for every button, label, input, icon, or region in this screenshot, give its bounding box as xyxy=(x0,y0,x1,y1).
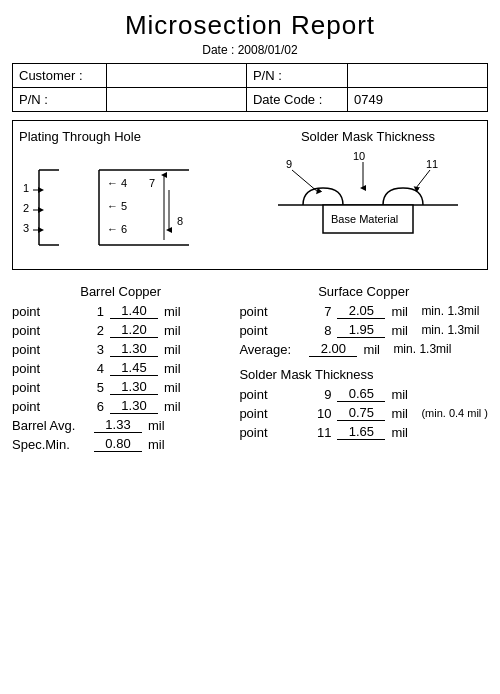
surface-row-7: point 7 2.05 mil min. 1.3mil xyxy=(239,303,488,319)
surface-note-7: min. 1.3mil xyxy=(421,304,479,318)
barrel-avg-unit: mil xyxy=(148,418,176,433)
barrel-spec-val: 0.80 xyxy=(94,436,142,452)
solder-section: Solder Mask Thickness point 9 0.65 mil p… xyxy=(239,367,488,440)
date-line: Date : 2008/01/02 xyxy=(12,43,488,57)
barrel-val-6: 1.30 xyxy=(110,398,158,414)
customer-value xyxy=(106,64,246,88)
barrel-pt-2: 2 xyxy=(84,323,104,338)
barrel-val-1: 1.40 xyxy=(110,303,158,319)
barrel-spec-unit: mil xyxy=(148,437,176,452)
surface-avg-note: min. 1.3mil xyxy=(393,342,451,356)
surface-avg-label: Average: xyxy=(239,342,307,357)
surface-header: Surface Copper xyxy=(239,284,488,299)
svg-text:11: 11 xyxy=(426,158,438,170)
solder-note-10: (min. 0.4 mil ) xyxy=(421,407,488,419)
barrel-unit-2: mil xyxy=(164,323,192,338)
solder-header: Solder Mask Thickness xyxy=(239,367,488,382)
svg-text:3: 3 xyxy=(23,222,29,234)
barrel-pt-3: 3 xyxy=(84,342,104,357)
barrel-row-1: point 1 1.40 mil xyxy=(12,303,229,319)
surface-unit-8: mil xyxy=(391,323,419,338)
solder-pt-11: 11 xyxy=(311,425,331,440)
barrel-label-6: point xyxy=(12,399,82,414)
date-code-value: 0749 xyxy=(348,88,488,112)
solder-val-11: 1.65 xyxy=(337,424,385,440)
date-value: 2008/01/02 xyxy=(238,43,298,57)
surface-note-8: min. 1.3mil xyxy=(421,323,479,337)
barrel-unit-5: mil xyxy=(164,380,192,395)
barrel-label-3: point xyxy=(12,342,82,357)
svg-text:2: 2 xyxy=(23,202,29,214)
barrel-label-5: point xyxy=(12,380,82,395)
solder-val-9: 0.65 xyxy=(337,386,385,402)
barrel-pt-5: 5 xyxy=(84,380,104,395)
measurements-section: Barrel Copper point 1 1.40 mil point 2 1… xyxy=(12,278,488,455)
diagram-section: Plating Through Hole 1 2 3 xyxy=(12,120,488,270)
solder-pt-10: 10 xyxy=(311,406,331,421)
pn-value-left xyxy=(106,88,246,112)
barrel-unit-1: mil xyxy=(164,304,192,319)
barrel-unit-6: mil xyxy=(164,399,192,414)
barrel-unit-3: mil xyxy=(164,342,192,357)
surface-avg-unit: mil xyxy=(363,342,391,357)
pn-label-right: P/N : xyxy=(246,64,347,88)
svg-text:Base Material: Base Material xyxy=(331,213,398,225)
page-title: Microsection Report xyxy=(12,10,488,41)
solder-row-10: point 10 0.75 mil (min. 0.4 mil ) xyxy=(239,405,488,421)
pth-diagram-area: Plating Through Hole 1 2 3 xyxy=(19,129,255,263)
barrel-row-3: point 3 1.30 mil xyxy=(12,341,229,357)
pth-svg: 1 2 3 ← 4 7 ← 5 ← 6 xyxy=(19,150,249,260)
barrel-row-5: point 5 1.30 mil xyxy=(12,379,229,395)
barrel-val-2: 1.20 xyxy=(110,322,158,338)
svg-line-25 xyxy=(416,170,430,188)
barrel-avg-val: 1.33 xyxy=(94,417,142,433)
barrel-row-2: point 2 1.20 mil xyxy=(12,322,229,338)
svg-text:7: 7 xyxy=(149,177,155,189)
surface-label-7: point xyxy=(239,304,309,319)
pn-value-right xyxy=(348,64,488,88)
svg-text:8: 8 xyxy=(177,215,183,227)
surface-val-8: 1.95 xyxy=(337,322,385,338)
solder-row-9: point 9 0.65 mil xyxy=(239,386,488,402)
info-table: Customer : P/N : P/N : Date Code : 0749 xyxy=(12,63,488,112)
solder-unit-11: mil xyxy=(391,425,419,440)
surface-row-8: point 8 1.95 mil min. 1.3mil xyxy=(239,322,488,338)
barrel-row-6: point 6 1.30 mil xyxy=(12,398,229,414)
surface-avg-val: 2.00 xyxy=(309,341,357,357)
date-label: Date : xyxy=(202,43,234,57)
surface-avg-row: Average: 2.00 mil min. 1.3mil xyxy=(239,341,488,357)
date-code-label: Date Code : xyxy=(246,88,347,112)
svg-text:← 5: ← 5 xyxy=(107,200,127,212)
solder-unit-10: mil xyxy=(391,406,419,421)
barrel-pt-1: 1 xyxy=(84,304,104,319)
pn-label-left: P/N : xyxy=(13,88,107,112)
surface-pt-8: 8 xyxy=(311,323,331,338)
surface-solder-section: Surface Copper point 7 2.05 mil min. 1.3… xyxy=(239,278,488,455)
barrel-label-1: point xyxy=(12,304,82,319)
solder-label-10: point xyxy=(239,406,309,421)
surface-val-7: 2.05 xyxy=(337,303,385,319)
barrel-spec-label: Spec.Min. xyxy=(12,437,92,452)
solder-pt-9: 9 xyxy=(311,387,331,402)
pth-title: Plating Through Hole xyxy=(19,129,255,144)
customer-label: Customer : xyxy=(13,64,107,88)
barrel-val-5: 1.30 xyxy=(110,379,158,395)
barrel-spec-row: Spec.Min. 0.80 mil xyxy=(12,436,229,452)
svg-text:← 4: ← 4 xyxy=(107,177,127,189)
barrel-avg-label: Barrel Avg. xyxy=(12,418,92,433)
barrel-pt-6: 6 xyxy=(84,399,104,414)
surface-unit-7: mil xyxy=(391,304,419,319)
barrel-val-4: 1.45 xyxy=(110,360,158,376)
page: Microsection Report Date : 2008/01/02 Cu… xyxy=(0,0,500,465)
barrel-section: Barrel Copper point 1 1.40 mil point 2 1… xyxy=(12,278,239,455)
barrel-pt-4: 4 xyxy=(84,361,104,376)
solder-val-10: 0.75 xyxy=(337,405,385,421)
solder-label-11: point xyxy=(239,425,309,440)
smt-diagram-area: Solder Mask Thickness 9 10 11 xyxy=(255,129,481,263)
barrel-row-4: point 4 1.45 mil xyxy=(12,360,229,376)
smt-title: Solder Mask Thickness xyxy=(255,129,481,144)
surface-pt-7: 7 xyxy=(311,304,331,319)
barrel-header: Barrel Copper xyxy=(12,284,229,299)
barrel-unit-4: mil xyxy=(164,361,192,376)
smt-svg: 9 10 11 Base Material xyxy=(268,150,468,260)
